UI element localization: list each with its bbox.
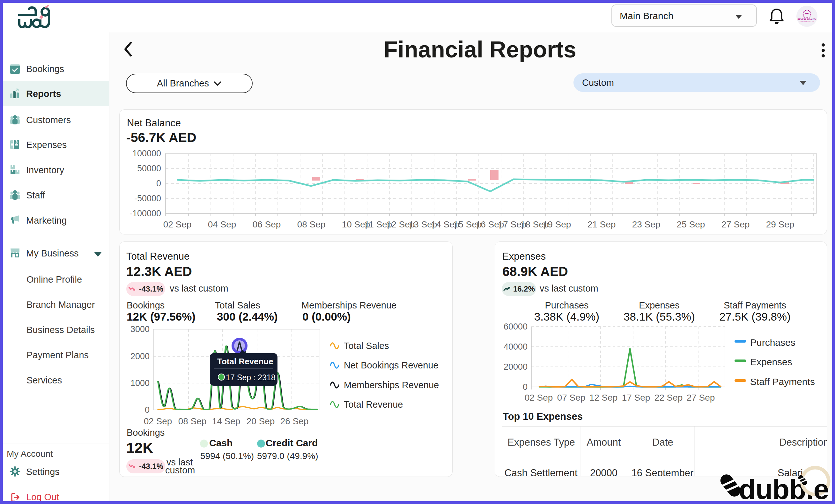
svg-text:-100000: -100000 bbox=[129, 209, 161, 218]
svg-text:100000: 100000 bbox=[133, 149, 161, 158]
svg-text:Net Bookings Revenue: Net Bookings Revenue bbox=[344, 360, 439, 370]
svg-text:Staff Payments: Staff Payments bbox=[750, 377, 815, 387]
svg-text:Total Sales: Total Sales bbox=[344, 341, 389, 351]
svg-text:20 Sep: 20 Sep bbox=[247, 416, 275, 426]
svg-text:Memberships Revenue: Memberships Revenue bbox=[344, 380, 439, 390]
svg-text:26 Sep: 26 Sep bbox=[280, 416, 309, 426]
svg-text:20000: 20000 bbox=[504, 362, 528, 371]
svg-text:Expenses: Expenses bbox=[750, 357, 792, 367]
svg-text:04 Sep: 04 Sep bbox=[208, 220, 236, 229]
svg-text:1000: 1000 bbox=[130, 378, 149, 388]
svg-text:0: 0 bbox=[145, 405, 149, 415]
svg-text:12 Sep: 12 Sep bbox=[589, 393, 618, 403]
svg-text:REVEAL BEAUTY: REVEAL BEAUTY bbox=[798, 18, 816, 20]
svg-text:22 Sep: 22 Sep bbox=[654, 393, 683, 403]
svg-text:19 Sep: 19 Sep bbox=[543, 220, 571, 229]
svg-text:Total Revenue: Total Revenue bbox=[217, 357, 273, 366]
svg-text:08 Sep: 08 Sep bbox=[178, 416, 207, 426]
svg-text:02 Sep: 02 Sep bbox=[163, 220, 192, 229]
svg-text:0: 0 bbox=[523, 382, 528, 392]
svg-text:60000: 60000 bbox=[504, 322, 528, 331]
svg-text:0: 0 bbox=[156, 179, 161, 188]
svg-text:27 Sep: 27 Sep bbox=[687, 393, 715, 403]
svg-text:dubble: dubble bbox=[739, 473, 829, 504]
svg-text:40000: 40000 bbox=[504, 342, 528, 351]
svg-text:17 Sep : 2318: 17 Sep : 2318 bbox=[226, 373, 276, 382]
svg-text:02 Sep: 02 Sep bbox=[144, 416, 172, 426]
svg-text:2000: 2000 bbox=[130, 351, 149, 361]
svg-text:21 Sep: 21 Sep bbox=[588, 220, 616, 229]
svg-text:27 Sep: 27 Sep bbox=[721, 220, 750, 229]
svg-text:02 Sep: 02 Sep bbox=[525, 393, 553, 403]
svg-text:07 Sep: 07 Sep bbox=[557, 393, 586, 403]
svg-text:$: $ bbox=[16, 141, 17, 144]
svg-text:08 Sep: 08 Sep bbox=[297, 220, 326, 229]
svg-text:Total Revenue: Total Revenue bbox=[344, 399, 403, 409]
svg-text:14 Sep: 14 Sep bbox=[212, 416, 241, 426]
svg-text:06 Sep: 06 Sep bbox=[252, 220, 281, 229]
svg-text:25 Sep: 25 Sep bbox=[677, 220, 705, 229]
svg-text:50000: 50000 bbox=[137, 164, 161, 173]
svg-text:29 Sep: 29 Sep bbox=[766, 220, 794, 229]
svg-text:Look Good. Feel Good: Look Good. Feel Good bbox=[800, 21, 814, 23]
svg-text:17 Sep: 17 Sep bbox=[622, 393, 650, 403]
svg-text:Purchases: Purchases bbox=[750, 337, 795, 348]
svg-text:23 Sep: 23 Sep bbox=[632, 220, 660, 229]
svg-text:-50000: -50000 bbox=[134, 194, 161, 203]
svg-text:3000: 3000 bbox=[130, 324, 149, 334]
